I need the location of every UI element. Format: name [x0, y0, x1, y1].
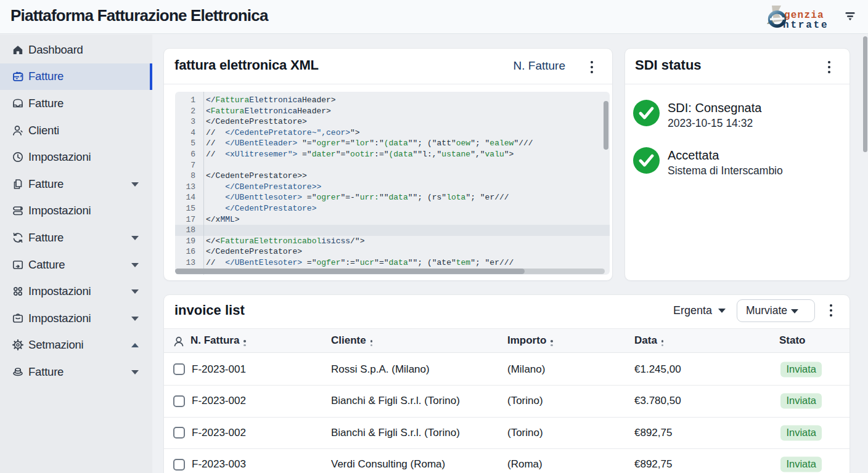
svg-text:genzia: genzia [784, 10, 824, 21]
svg-text:ntrate: ntrate [783, 20, 829, 30]
